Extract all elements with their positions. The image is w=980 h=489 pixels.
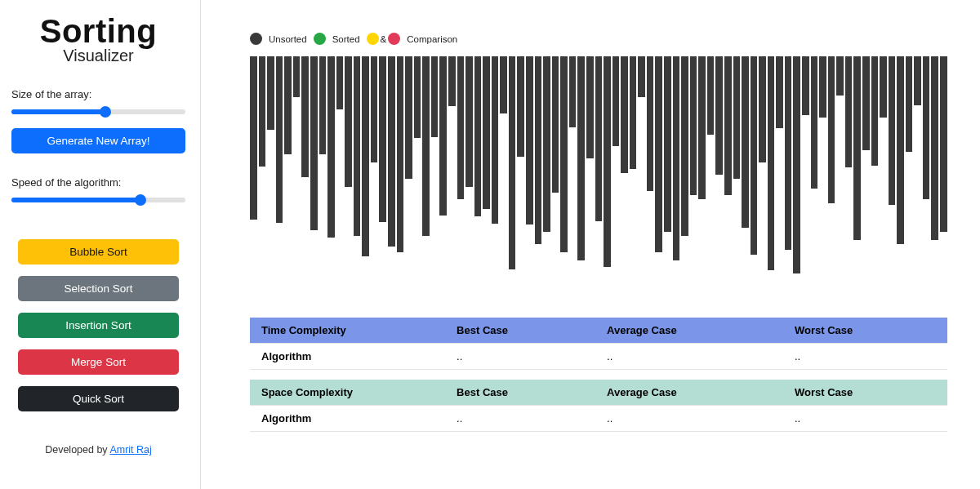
bar bbox=[612, 56, 620, 146]
bar bbox=[509, 56, 516, 269]
bar bbox=[500, 56, 507, 113]
size-slider-fill bbox=[11, 109, 105, 114]
space-complexity-table: Space Complexity Best Case Average Case … bbox=[250, 380, 947, 432]
bar bbox=[319, 56, 327, 154]
space-h1: Best Case bbox=[445, 380, 595, 406]
bar bbox=[371, 56, 378, 162]
bar bbox=[819, 56, 826, 118]
unsorted-dot-icon bbox=[250, 33, 262, 45]
space-r2: .. bbox=[595, 406, 783, 432]
time-r3: .. bbox=[783, 344, 947, 370]
bar bbox=[345, 56, 352, 187]
bar bbox=[327, 56, 335, 238]
bar bbox=[664, 56, 671, 232]
bar bbox=[474, 56, 482, 216]
bar bbox=[690, 56, 697, 195]
bar bbox=[768, 56, 775, 270]
space-r0: Algorithm bbox=[250, 406, 445, 432]
bar bbox=[526, 56, 533, 224]
bar bbox=[853, 56, 861, 240]
bar bbox=[604, 56, 611, 267]
bar bbox=[284, 56, 292, 154]
bar bbox=[776, 56, 783, 128]
bar bbox=[836, 56, 844, 96]
bar bbox=[673, 56, 680, 260]
generate-button[interactable]: Generate New Array! bbox=[11, 128, 185, 153]
bar bbox=[293, 56, 301, 97]
bar bbox=[931, 56, 938, 240]
bar bbox=[336, 56, 344, 109]
bar bbox=[388, 56, 395, 247]
bar bbox=[414, 56, 421, 138]
insertion-sort-button[interactable]: Insertion Sort bbox=[18, 313, 179, 338]
bar bbox=[431, 56, 439, 137]
bar bbox=[259, 56, 266, 167]
sidebar: Sorting Visualizer Size of the array: Ge… bbox=[0, 0, 201, 489]
quick-sort-button[interactable]: Quick Sort bbox=[18, 386, 179, 411]
size-label: Size of the array: bbox=[11, 88, 185, 100]
time-r0: Algorithm bbox=[250, 344, 445, 370]
legend-sorted: Sorted bbox=[332, 34, 360, 44]
bar bbox=[914, 56, 921, 105]
bar bbox=[880, 56, 887, 118]
bar bbox=[630, 56, 637, 169]
bar bbox=[405, 56, 412, 179]
bar bbox=[535, 56, 542, 244]
bar bbox=[276, 56, 283, 223]
bar bbox=[621, 56, 628, 173]
space-r1: .. bbox=[445, 406, 595, 432]
legend-comparison: Comparison bbox=[407, 34, 457, 44]
size-slider[interactable] bbox=[11, 104, 185, 120]
legend-unsorted: Unsorted bbox=[269, 34, 307, 44]
speed-slider[interactable] bbox=[11, 192, 185, 208]
main: Unsorted Sorted & Comparison Time Comple… bbox=[201, 0, 980, 489]
time-h2: Average Case bbox=[595, 318, 783, 344]
bar bbox=[569, 56, 577, 127]
speed-slider-thumb[interactable] bbox=[135, 194, 146, 206]
bar bbox=[517, 56, 524, 157]
sorted-dot-icon bbox=[314, 33, 326, 45]
space-r3: .. bbox=[783, 406, 947, 432]
speed-slider-fill bbox=[11, 198, 140, 202]
bar bbox=[457, 56, 465, 199]
bar bbox=[586, 56, 594, 158]
bar bbox=[552, 56, 559, 193]
bar bbox=[267, 56, 274, 130]
bar bbox=[724, 56, 732, 195]
bar bbox=[301, 56, 309, 177]
table-row: Algorithm .. .. .. bbox=[250, 406, 947, 432]
bar bbox=[655, 56, 662, 252]
credit: Developed by Amrit Raj bbox=[11, 444, 185, 456]
size-slider-thumb[interactable] bbox=[100, 106, 111, 118]
title-line1: Sorting bbox=[11, 13, 185, 50]
bar bbox=[379, 56, 386, 222]
legend-amp: & bbox=[381, 34, 387, 44]
bar bbox=[862, 56, 870, 150]
bar bbox=[354, 56, 361, 236]
merge-sort-button[interactable]: Merge Sort bbox=[18, 349, 179, 375]
complexity-tables: Time Complexity Best Case Average Case W… bbox=[250, 318, 947, 432]
bar bbox=[742, 56, 749, 228]
bar bbox=[828, 56, 835, 203]
bubble-sort-button[interactable]: Bubble Sort bbox=[18, 239, 179, 265]
bar bbox=[889, 56, 896, 205]
bar bbox=[638, 56, 645, 97]
comparison-red-dot-icon bbox=[388, 33, 400, 45]
bar bbox=[681, 56, 688, 236]
bar bbox=[715, 56, 723, 175]
app-title: Sorting Visualizer bbox=[11, 13, 185, 65]
sort-buttons: Bubble Sort Selection Sort Insertion Sor… bbox=[11, 228, 185, 411]
selection-sort-button[interactable]: Selection Sort bbox=[18, 276, 179, 301]
title-line2: Visualizer bbox=[11, 47, 185, 65]
bar bbox=[923, 56, 930, 199]
time-r1: .. bbox=[445, 344, 595, 370]
bar bbox=[906, 56, 913, 152]
bar bbox=[845, 56, 853, 167]
time-r2: .. bbox=[595, 344, 783, 370]
bar bbox=[759, 56, 766, 162]
bar bbox=[543, 56, 550, 232]
bar bbox=[811, 56, 818, 189]
credit-link[interactable]: Amrit Raj bbox=[109, 444, 151, 456]
speed-label: Speed of the algorithm: bbox=[11, 176, 185, 189]
credit-prefix: Developed by bbox=[45, 444, 109, 456]
